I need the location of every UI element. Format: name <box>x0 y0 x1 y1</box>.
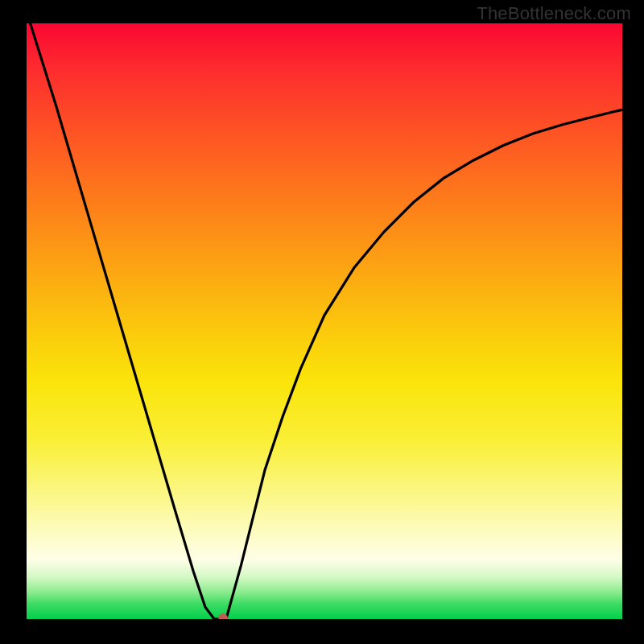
curve-left-branch <box>27 23 214 619</box>
plot-area <box>27 23 622 619</box>
chart-frame: TheBottleneck.com <box>0 0 644 644</box>
bottleneck-curve <box>27 23 622 619</box>
watermark-text: TheBottleneck.com <box>477 3 631 24</box>
curve-right-branch <box>226 109 622 619</box>
